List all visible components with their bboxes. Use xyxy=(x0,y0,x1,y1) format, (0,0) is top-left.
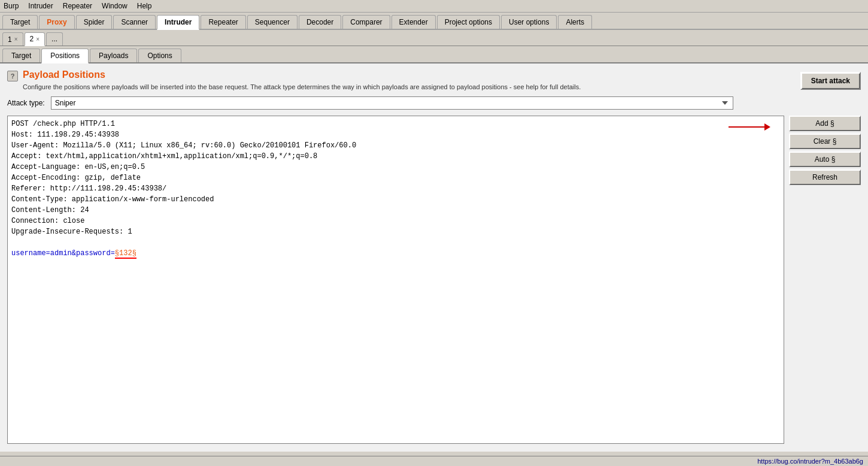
arrow-line xyxy=(729,126,764,128)
intruder-tab-1[interactable]: 1 × xyxy=(2,32,23,46)
request-text: POST /check.php HTTP/1.1 Host: 111.198.2… xyxy=(11,119,780,259)
tab-target[interactable]: Target xyxy=(2,15,38,29)
menu-burp[interactable]: Burp xyxy=(4,2,19,10)
section-description: Configure the positions where payloads w… xyxy=(23,83,741,92)
tab-scanner[interactable]: Scanner xyxy=(113,15,156,29)
auto-section-button[interactable]: Auto § xyxy=(789,152,861,167)
username-prefix: username=admin&password= xyxy=(11,249,115,258)
attack-type-select[interactable]: Sniper Battering ram Pitchfork Cluster b… xyxy=(51,96,733,110)
menu-bar: Burp Intruder Repeater Window Help xyxy=(0,0,868,13)
tab-intruder[interactable]: Intruder xyxy=(157,15,199,30)
sub-tab-payloads[interactable]: Payloads xyxy=(90,49,137,62)
content-area: ? Payload Positions Configure the positi… xyxy=(0,63,868,452)
close-tab-2-icon[interactable]: × xyxy=(36,36,40,43)
menu-help[interactable]: Help xyxy=(137,2,152,10)
intruder-tab-2[interactable]: 2 × xyxy=(25,32,45,46)
tab-decoder[interactable]: Decoder xyxy=(299,15,341,29)
menu-window[interactable]: Window xyxy=(102,2,128,10)
tab-spider[interactable]: Spider xyxy=(76,15,113,29)
tab-sequencer[interactable]: Sequencer xyxy=(247,15,298,29)
main-tabs: Target Proxy Spider Scanner Intruder Rep… xyxy=(0,13,868,30)
sub-tabs-row: Target Positions Payloads Options xyxy=(0,46,868,63)
arrow-head xyxy=(764,123,770,131)
clear-section-button[interactable]: Clear § xyxy=(789,134,861,149)
tab-alerts[interactable]: Alerts xyxy=(558,15,592,29)
sub-tab-target[interactable]: Target xyxy=(2,49,40,62)
menu-repeater[interactable]: Repeater xyxy=(63,2,92,10)
editor-area: POST /check.php HTTP/1.1 Host: 111.198.2… xyxy=(7,116,861,444)
section-title: Payload Positions xyxy=(23,69,800,80)
sub-tab-options[interactable]: Options xyxy=(138,49,181,62)
close-tab-1-icon[interactable]: × xyxy=(14,36,18,43)
intruder-tab-more[interactable]: ... xyxy=(46,32,63,46)
attack-type-label: Attack type: xyxy=(7,99,45,107)
tab-project-options[interactable]: Project options xyxy=(437,15,500,29)
tab-comparer[interactable]: Comparer xyxy=(342,15,390,29)
tab-proxy[interactable]: Proxy xyxy=(39,15,74,29)
add-section-button[interactable]: Add § xyxy=(789,116,861,131)
menu-intruder[interactable]: Intruder xyxy=(28,2,53,10)
help-icon[interactable]: ? xyxy=(7,71,18,81)
tab-user-options[interactable]: User options xyxy=(501,15,557,29)
sub-tab-positions[interactable]: Positions xyxy=(41,49,89,63)
refresh-button[interactable]: Refresh xyxy=(789,170,861,185)
tab-extender[interactable]: Extender xyxy=(391,15,436,29)
start-attack-button[interactable]: Start attack xyxy=(800,72,861,90)
intruder-tabs-row: 1 × 2 × ... xyxy=(0,30,868,46)
arrow-indicator xyxy=(729,123,770,131)
request-editor[interactable]: POST /check.php HTTP/1.1 Host: 111.198.2… xyxy=(7,116,784,444)
tab-repeater[interactable]: Repeater xyxy=(201,15,245,29)
side-buttons: Add § Clear § Auto § Refresh xyxy=(789,116,861,444)
section-marker: §132§ xyxy=(115,249,136,259)
attack-type-row: Attack type: Sniper Battering ram Pitchf… xyxy=(7,96,861,110)
